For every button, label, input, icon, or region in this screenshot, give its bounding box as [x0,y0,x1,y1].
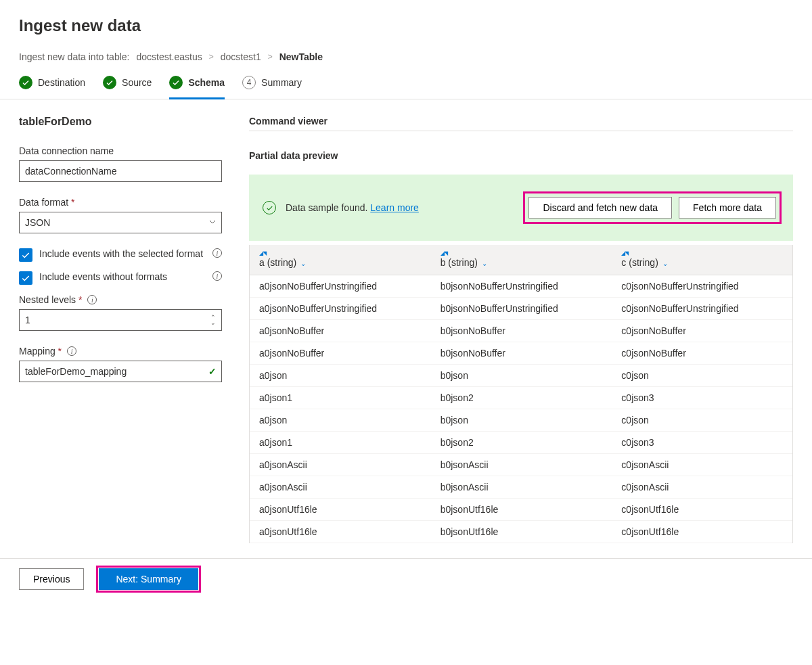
learn-more-link[interactable]: Learn more [370,202,419,213]
breadcrumb-prefix: Ingest new data into table: [19,51,129,62]
spinner-down-icon[interactable]: ⌄ [207,320,219,325]
table-cell: c0jsonUtf16le [612,521,792,543]
table-row[interactable]: a0jsonb0jsonc0json [250,365,792,387]
table-row[interactable]: a0jsonNoBufferb0jsonNoBufferc0jsonNoBuff… [250,320,792,342]
step-destination[interactable]: Destination [19,76,85,99]
table-cell: a0json [250,409,431,432]
breadcrumb: Ingest new data into table: docstest.eas… [19,51,793,62]
table-cell: a0jsonUtf16le [250,521,431,543]
fetch-more-button[interactable]: Fetch more data [679,197,776,219]
table-cell: b0jsonUtf16le [431,521,612,543]
table-cell: b0jsonNoBufferUnstringified [431,275,612,298]
nested-levels-label: Nested levels * [19,294,82,305]
preview-title: Partial data preview [249,150,793,161]
table-cell: c0jsonAscii [612,454,792,476]
nested-levels-input[interactable] [19,309,222,331]
include-selected-format-checkbox-row: Include events with the selected format … [19,248,222,262]
table-cell: a0jsonNoBuffer [250,320,431,342]
connection-name-label: Data connection name [19,145,222,156]
include-without-formats-checkbox[interactable] [19,271,32,285]
table-cell: b0json [431,365,612,387]
table-cell: a0jsonNoBufferUnstringified [250,298,431,320]
table-cell: b0jsonNoBuffer [431,320,612,342]
info-icon[interactable]: i [67,346,76,356]
table-cell: a0jsonAscii [250,476,431,499]
page-title: Ingest new data [19,16,793,35]
footer-button-bar: Previous Next: Summary [0,558,812,590]
table-cell: b0json2 [431,432,612,454]
step-schema[interactable]: Schema [169,76,225,99]
table-cell: c0jsonNoBuffer [612,342,792,365]
table-row[interactable]: a0jsonb0jsonc0json [250,409,792,432]
chevron-down-icon: ⌄ [300,260,306,267]
chevron-down-icon: ⌄ [482,260,487,267]
mapping-label: Mapping * [19,346,62,357]
breadcrumb-item[interactable]: docstest.eastus [136,51,202,62]
previous-button[interactable]: Previous [19,568,84,590]
discard-fetch-button[interactable]: Discard and fetch new data [528,197,672,219]
info-icon[interactable]: i [212,248,222,258]
include-selected-format-checkbox[interactable] [19,248,32,262]
column-header[interactable]: ◢◥b (string)⌄ [431,245,612,275]
step-label: Source [122,77,152,88]
column-header[interactable]: ◢◥c (string)⌄ [612,245,792,275]
step-label: Schema [188,77,225,88]
column-type-icon: ◢◥ [441,252,603,256]
alert-button-group-highlight: Discard and fetch new data Fetch more da… [525,193,780,222]
table-row[interactable]: a0json1b0json2c0json3 [250,387,792,409]
breadcrumb-current: NewTable [279,51,323,62]
step-source[interactable]: Source [103,76,152,99]
success-circle-icon [263,201,276,214]
table-cell: c0jsonAscii [612,476,792,499]
table-row[interactable]: a0jsonAsciib0jsonAsciic0jsonAscii [250,476,792,499]
step-label: Destination [38,77,85,88]
table-row[interactable]: a0jsonNoBufferUnstringifiedb0jsonNoBuffe… [250,275,792,298]
table-cell: b0jsonNoBufferUnstringified [431,298,612,320]
table-cell: a0json1 [250,432,431,454]
include-without-formats-checkbox-row: Include events without formats i [19,271,222,285]
alert-message: Data sample found. [286,202,367,213]
chevron-right-icon: > [209,52,214,62]
table-row[interactable]: a0jsonNoBufferb0jsonNoBufferc0jsonNoBuff… [250,342,792,365]
table-cell: a0json1 [250,387,431,409]
table-row[interactable]: a0jsonUtf16leb0jsonUtf16lec0jsonUtf16le [250,521,792,543]
connection-name-input[interactable] [19,160,222,182]
column-type-icon: ◢◥ [621,252,783,256]
breadcrumb-item[interactable]: docstest1 [221,51,261,62]
mapping-select[interactable] [19,361,222,382]
table-row[interactable]: a0json1b0json2c0json3 [250,432,792,454]
check-circle-icon [103,76,116,89]
table-cell: b0json2 [431,387,612,409]
step-label: Summary [261,77,302,88]
next-summary-button[interactable]: Next: Summary [99,568,198,590]
table-name-title: tableForDemo [19,116,222,128]
info-icon[interactable]: i [212,271,222,281]
table-cell: b0jsonAscii [431,476,612,499]
table-cell: c0jsonNoBufferUnstringified [612,298,792,320]
table-cell: a0jsonAscii [250,454,431,476]
table-row[interactable]: a0jsonUtf16leb0jsonUtf16lec0jsonUtf16le [250,499,792,521]
data-format-select[interactable] [19,212,222,233]
include-without-formats-label: Include events without formats [39,271,167,282]
table-cell: a0jsonNoBuffer [250,342,431,365]
chevron-down-icon: ⌄ [662,260,668,267]
column-header[interactable]: ◢◥a (string)⌄ [250,245,431,275]
preview-table: ◢◥a (string)⌄◢◥b (string)⌄◢◥c (string)⌄ … [250,245,792,543]
table-cell: c0jsonNoBuffer [612,320,792,342]
table-cell: b0json [431,409,612,432]
data-format-label: Data format * [19,197,222,208]
include-selected-format-label: Include events with the selected format [39,248,203,259]
table-cell: c0jsonUtf16le [612,499,792,521]
table-cell: b0jsonNoBuffer [431,342,612,365]
step-number-icon: 4 [242,76,256,89]
table-cell: c0json3 [612,432,792,454]
step-tabs: Destination Source Schema 4 Summary [0,76,812,99]
command-viewer-title: Command viewer [249,116,793,131]
table-cell: c0json [612,409,792,432]
table-row[interactable]: a0jsonAsciib0jsonAsciic0jsonAscii [250,454,792,476]
table-cell: b0jsonAscii [431,454,612,476]
table-cell: c0json3 [612,387,792,409]
step-summary[interactable]: 4 Summary [242,76,302,99]
table-row[interactable]: a0jsonNoBufferUnstringifiedb0jsonNoBuffe… [250,298,792,320]
info-icon[interactable]: i [87,295,97,304]
